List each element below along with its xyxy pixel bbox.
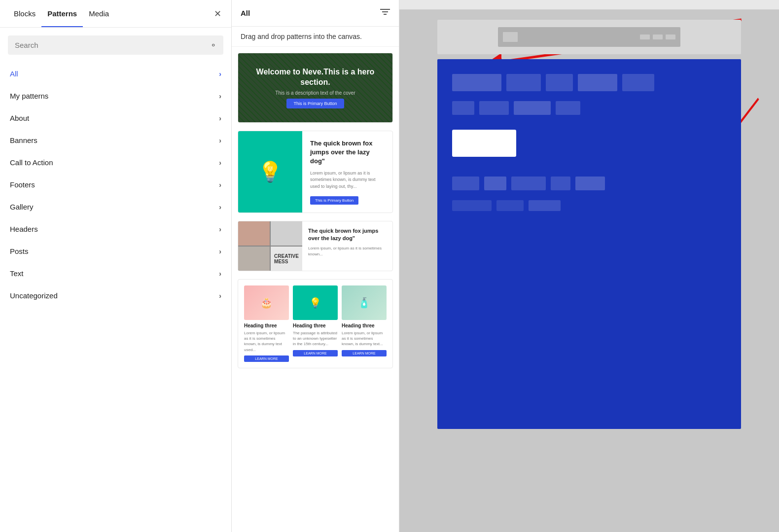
canvas-panel <box>399 0 779 532</box>
feature-button: This is Primary Button <box>310 196 358 205</box>
chevron-right-icon: › <box>219 203 221 211</box>
threecol-body-1: The passage is attributed to an unknown … <box>293 330 338 347</box>
twocol-text: The quick brown fox jumps over the lazy … <box>302 221 392 271</box>
threecol-thumb-2: 🧴 <box>342 285 387 320</box>
chevron-right-icon: › <box>219 248 221 255</box>
nav-item-about-label: About <box>10 114 29 122</box>
nav-item-my-patterns[interactable]: My patterns › <box>0 85 231 107</box>
tab-media[interactable]: Media <box>83 0 115 27</box>
threecol-name-1: Heading three <box>293 323 338 328</box>
img-cell-2 <box>271 221 302 246</box>
middle-panel: All Drag and drop patterns into the canv… <box>232 0 399 532</box>
nav-item-text[interactable]: Text › <box>0 262 231 284</box>
twocol-title: The quick brown fox jumps over the lazy … <box>308 227 387 243</box>
threecol-body-2: Lorem ipsum, or lipsum as it is sometime… <box>342 330 387 347</box>
tab-patterns-label: Patterns <box>47 9 77 18</box>
twocol-image: CREATIVEMESS <box>238 221 302 271</box>
drag-hint: Drag and drop patterns into the canvas. <box>232 27 399 47</box>
nav-item-gallery[interactable]: Gallery › <box>0 196 231 218</box>
threecol-row: 🎂 Heading three Lorem ipsum, or lipsum a… <box>244 285 387 362</box>
thumb-pink-icon: 🎂 <box>244 285 289 320</box>
img-cell-3 <box>238 247 270 271</box>
img-cell-4: CREATIVEMESS <box>271 247 302 271</box>
nav-item-call-to-action-label: Call to Action <box>10 158 53 167</box>
nav-item-footers[interactable]: Footers › <box>0 174 231 196</box>
thumb-mint-icon: 🧴 <box>342 285 387 320</box>
pattern-card-hero[interactable]: Welcome to Neve.This is a hero section. … <box>238 53 393 123</box>
pattern-twocol-preview: CREATIVEMESS The quick brown fox jumps o… <box>238 221 392 271</box>
hero-button: This is Primary Button <box>286 99 344 108</box>
threecol-thumb-1: 💡 <box>293 285 338 320</box>
close-button[interactable]: ✕ <box>212 6 223 21</box>
nav-item-call-to-action[interactable]: Call to Action › <box>0 151 231 174</box>
feature-title: The quick brown fox jumps over the lazy … <box>310 139 385 166</box>
chevron-right-icon: › <box>219 159 221 167</box>
hero-title: Welcome to Neve.This is a hero section. <box>248 67 383 88</box>
nav-item-text-label: Text <box>10 269 24 278</box>
pattern-feature-preview: 💡 The quick brown fox jumps over the laz… <box>238 131 392 213</box>
nav-item-uncategorized[interactable]: Uncategorized › <box>0 284 231 307</box>
bulb-icon: 💡 <box>258 160 283 183</box>
search-icon: ⚬ <box>210 40 216 50</box>
chevron-right-icon: › <box>219 292 221 300</box>
nav-item-my-patterns-label: My patterns <box>10 92 48 100</box>
middle-header: All <box>232 0 399 27</box>
twocol-body: Lorem ipsum, or lipsum as it is sometime… <box>308 246 387 257</box>
threecol-item-0: 🎂 Heading three Lorem ipsum, or lipsum a… <box>244 285 289 362</box>
feature-body: Lorem ipsum, or lipsum as it is sometime… <box>310 170 385 190</box>
threecol-btn-0[interactable]: LEARN MORE <box>244 355 289 362</box>
hero-subtitle: This is a description text of the cover <box>275 90 355 96</box>
pattern-card-twocol[interactable]: CREATIVEMESS The quick brown fox jumps o… <box>238 221 393 271</box>
nav-item-all-label: All <box>10 70 18 78</box>
chevron-right-icon: › <box>219 270 221 278</box>
pattern-card-feature[interactable]: 💡 The quick brown fox jumps over the laz… <box>238 131 393 213</box>
tab-blocks[interactable]: Blocks <box>8 0 41 27</box>
img-cell-1 <box>238 221 270 246</box>
nav-item-gallery-label: Gallery <box>10 203 34 211</box>
middle-title: All <box>241 9 250 17</box>
chevron-right-icon: › <box>219 225 221 233</box>
threecol-item-2: 🧴 Heading three Lorem ipsum, or lipsum a… <box>342 285 387 362</box>
chevron-right-icon: › <box>219 137 221 144</box>
tabs-bar: Blocks Patterns Media ✕ <box>0 0 231 28</box>
threecol-name-2: Heading three <box>342 323 387 328</box>
nav-item-about[interactable]: About › <box>0 107 231 129</box>
threecol-item-1: 💡 Heading three The passage is attribute… <box>293 285 338 362</box>
left-panel: Blocks Patterns Media ✕ ⚬ All › My patte… <box>0 0 232 532</box>
threecol-btn-2[interactable]: LEARN MORE <box>342 350 387 356</box>
threecol-thumb-0: 🎂 <box>244 285 289 320</box>
tab-patterns[interactable]: Patterns <box>41 0 83 27</box>
nav-list: All › My patterns › About › Banners › Ca… <box>0 63 231 532</box>
feature-text: The quick brown fox jumps over the lazy … <box>302 131 392 213</box>
pattern-card-threecol[interactable]: 🎂 Heading three Lorem ipsum, or lipsum a… <box>238 279 393 368</box>
nav-item-banners[interactable]: Banners › <box>0 129 231 151</box>
threecol-btn-1[interactable]: LEARN MORE <box>293 350 338 356</box>
search-input[interactable] <box>15 41 210 49</box>
feature-image: 💡 <box>238 131 302 213</box>
nav-item-headers-label: Headers <box>10 225 38 233</box>
chevron-right-icon: › <box>219 92 221 100</box>
tab-media-label: Media <box>89 9 109 18</box>
canvas-top-bar <box>399 0 779 10</box>
chevron-right-icon: › <box>219 70 221 78</box>
nav-item-all[interactable]: All › <box>0 63 231 85</box>
threecol-name-0: Heading three <box>244 323 289 328</box>
chevron-right-icon: › <box>219 181 221 189</box>
pattern-hero-preview: Welcome to Neve.This is a hero section. … <box>238 53 392 122</box>
chevron-right-icon: › <box>219 114 221 122</box>
nav-item-headers[interactable]: Headers › <box>0 218 231 240</box>
nav-item-posts[interactable]: Posts › <box>0 240 231 262</box>
thumb-teal-icon: 💡 <box>293 285 338 320</box>
nav-item-footers-label: Footers <box>10 180 35 189</box>
pattern-threecol-preview: 🎂 Heading three Lorem ipsum, or lipsum a… <box>238 280 392 368</box>
filter-icon[interactable] <box>380 8 390 18</box>
threecol-body-0: Lorem ipsum, or lipsum as it is sometime… <box>244 330 289 353</box>
search-bar: ⚬ <box>8 35 223 55</box>
nav-item-uncategorized-label: Uncategorized <box>10 291 58 300</box>
patterns-list: Welcome to Neve.This is a hero section. … <box>232 47 399 532</box>
tab-blocks-label: Blocks <box>14 9 35 18</box>
nav-item-banners-label: Banners <box>10 136 37 144</box>
nav-item-posts-label: Posts <box>10 247 29 255</box>
